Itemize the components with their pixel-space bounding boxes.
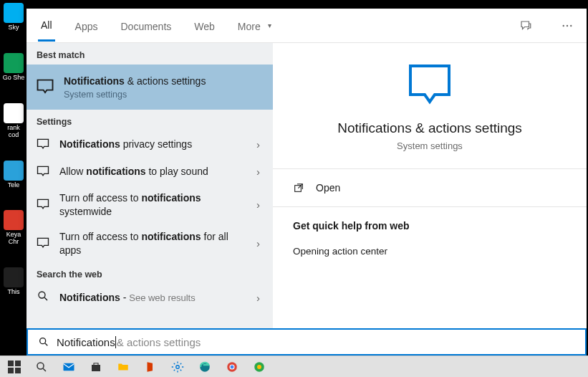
taskbar bbox=[0, 355, 588, 377]
chevron-right-icon[interactable]: › bbox=[252, 199, 264, 211]
desktop-icon[interactable]: rank cod bbox=[1, 103, 26, 139]
web-result-title: Notifications - See web results bbox=[59, 291, 244, 305]
taskbar-edge-icon[interactable] bbox=[192, 357, 218, 377]
svg-rect-11 bbox=[64, 363, 74, 371]
taskbar-search-button[interactable] bbox=[29, 357, 54, 377]
svg-point-12 bbox=[176, 365, 180, 368]
preview-header: Notifications & actions settings System … bbox=[273, 43, 587, 169]
search-input[interactable]: Notifications & actions settings bbox=[26, 328, 587, 355]
settings-result-title: Turn off access to notifications for all… bbox=[59, 230, 244, 257]
notifications-icon bbox=[35, 164, 51, 180]
result-preview-pane: Notifications & actions settings System … bbox=[273, 43, 587, 328]
svg-rect-8 bbox=[8, 368, 14, 373]
svg-rect-7 bbox=[15, 361, 21, 366]
svg-rect-6 bbox=[8, 361, 14, 366]
open-icon bbox=[293, 182, 304, 194]
tab-documents[interactable]: Documents bbox=[117, 11, 174, 41]
desktop-icon[interactable]: This bbox=[1, 267, 26, 296]
chevron-down-icon: ▾ bbox=[268, 22, 271, 29]
desktop-icon[interactable]: Go She bbox=[1, 53, 26, 82]
svg-point-18 bbox=[257, 365, 261, 369]
tab-all[interactable]: All bbox=[38, 9, 55, 42]
taskbar-mail-icon[interactable] bbox=[56, 357, 82, 377]
notifications-icon bbox=[35, 77, 55, 97]
notifications-icon bbox=[35, 137, 51, 153]
settings-result[interactable]: Allow notifications to play sound › bbox=[26, 158, 273, 186]
start-button[interactable] bbox=[1, 357, 27, 377]
svg-point-3 bbox=[39, 292, 45, 298]
chevron-right-icon[interactable]: › bbox=[252, 138, 264, 151]
search-input-text: Notifications & actions settings bbox=[57, 336, 201, 348]
web-header: Search the web bbox=[26, 262, 273, 284]
desktop-icon[interactable]: Tele bbox=[1, 161, 26, 189]
best-match-header: Best match bbox=[26, 43, 273, 65]
chevron-right-icon[interactable]: › bbox=[252, 237, 264, 249]
open-label: Open bbox=[316, 182, 340, 194]
feedback-icon[interactable] bbox=[514, 14, 538, 38]
svg-point-0 bbox=[563, 24, 564, 26]
overflow-menu-icon[interactable] bbox=[555, 14, 579, 38]
chevron-right-icon[interactable]: › bbox=[252, 292, 264, 304]
results-list: Best match Notifications & actions setti… bbox=[26, 43, 273, 328]
search-icon bbox=[38, 336, 49, 348]
taskbar-chrome-canary-icon[interactable] bbox=[246, 357, 272, 377]
taskbar-store-icon[interactable] bbox=[83, 357, 109, 377]
svg-point-10 bbox=[37, 363, 44, 369]
settings-result[interactable]: Turn off access to notifications systemw… bbox=[26, 186, 273, 224]
desktop-icon[interactable]: Sky bbox=[1, 3, 26, 32]
notifications-large-icon bbox=[406, 63, 453, 108]
best-match-subtitle: System settings bbox=[64, 90, 264, 100]
tab-more[interactable]: More bbox=[235, 11, 264, 41]
taskbar-settings-icon[interactable] bbox=[165, 357, 191, 377]
desktop-icon[interactable]: Keya Chr bbox=[1, 210, 26, 246]
settings-header: Settings bbox=[26, 110, 273, 131]
preview-quick-help: Get quick help from web Opening action c… bbox=[273, 207, 587, 274]
chevron-right-icon[interactable]: › bbox=[252, 166, 264, 178]
svg-rect-9 bbox=[15, 368, 21, 373]
preview-subtitle: System settings bbox=[397, 140, 463, 151]
start-search-flyout: All Apps Documents Web More ▾ Best match bbox=[26, 9, 587, 355]
taskbar-chrome-icon[interactable] bbox=[219, 357, 245, 377]
notifications-icon bbox=[35, 236, 51, 252]
best-match-result[interactable]: Notifications & actions settings System … bbox=[26, 65, 273, 110]
svg-point-5 bbox=[40, 338, 46, 344]
open-action[interactable]: Open bbox=[273, 169, 587, 206]
settings-result-title: Turn off access to notifications systemw… bbox=[59, 191, 244, 219]
quick-help-header: Get quick help from web bbox=[293, 220, 567, 232]
preview-title: Notifications & actions settings bbox=[337, 120, 522, 136]
quick-help-item[interactable]: Opening action center bbox=[293, 242, 567, 261]
search-content: Best match Notifications & actions setti… bbox=[26, 43, 587, 328]
search-icon bbox=[35, 290, 51, 305]
tab-web[interactable]: Web bbox=[191, 11, 218, 41]
settings-result-title: Allow notifications to play sound bbox=[59, 165, 244, 178]
taskbar-office-icon[interactable] bbox=[138, 357, 163, 377]
web-result[interactable]: Notifications - See web results › bbox=[26, 284, 273, 311]
notifications-icon bbox=[35, 197, 51, 213]
search-scope-tabs: All Apps Documents Web More ▾ bbox=[26, 9, 587, 43]
desktop: Sky Go She rank cod Tele Keya Chr This A… bbox=[0, 0, 588, 377]
desktop-icons-column: Sky Go She rank cod Tele Keya Chr This bbox=[0, 0, 29, 355]
best-match-title: Notifications & actions settings bbox=[64, 75, 264, 88]
preview-actions: Open bbox=[273, 169, 587, 207]
taskbar-explorer-icon[interactable] bbox=[110, 357, 136, 377]
settings-result-title: Notifications privacy settings bbox=[59, 138, 244, 151]
svg-point-2 bbox=[570, 24, 572, 26]
tab-apps[interactable]: Apps bbox=[72, 11, 101, 41]
svg-point-1 bbox=[567, 24, 568, 26]
settings-result[interactable]: Notifications privacy settings › bbox=[26, 131, 273, 158]
settings-result[interactable]: Turn off access to notifications for all… bbox=[26, 224, 273, 263]
